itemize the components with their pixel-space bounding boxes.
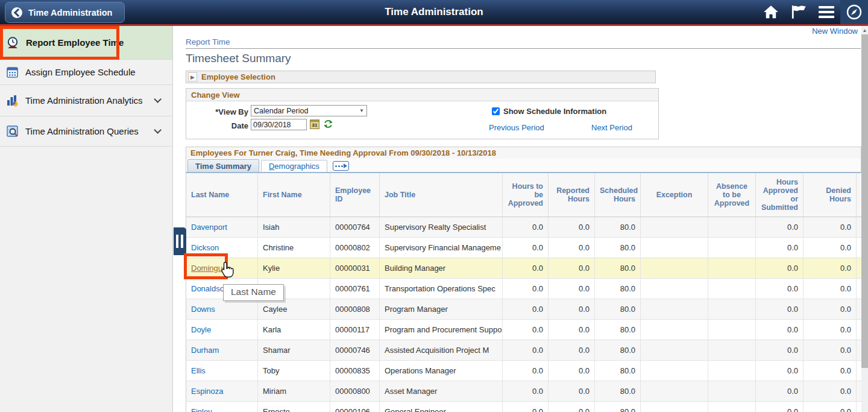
table-cell: 0.0 — [503, 360, 549, 381]
last-name-link[interactable]: Davenport — [191, 223, 227, 232]
table-cell: 0.0 — [756, 258, 804, 278]
table-cell: Finley — [186, 401, 258, 412]
column-header: Hours Approved or Submitted — [756, 173, 804, 217]
previous-period-link[interactable]: Previous Period — [489, 123, 544, 132]
table-cell — [641, 299, 708, 319]
vertical-scrollbar[interactable]: ▲ — [861, 26, 868, 412]
table-cell: 0.0 — [756, 319, 804, 340]
top-header-bar: Time Administration Time Administration — [0, 0, 868, 26]
table-cell: Supervisory Financial Manageme — [380, 237, 503, 258]
table-cell: 0.0 — [804, 237, 857, 258]
table-cell: 0.0 — [503, 258, 549, 278]
calendar-prompt-icon[interactable]: 31 — [310, 119, 319, 129]
view-by-select[interactable]: Calendar Period ▼ — [251, 105, 367, 116]
table-cell: Supervisory Realty Specialist — [380, 217, 503, 237]
scrollbar-thumb[interactable] — [861, 34, 868, 368]
table-cell: 0.0 — [503, 217, 549, 237]
tab-demographics[interactable]: Demographics — [261, 160, 327, 172]
sidebar-item-label: Report Employee Time — [26, 37, 126, 48]
change-view-title: Change View — [186, 89, 658, 101]
employees-grid-title: Employees For Turner Craig, Time Needing… — [186, 147, 861, 159]
table-cell: 0.0 — [804, 258, 857, 278]
back-button[interactable]: Time Administration — [5, 2, 125, 23]
table-cell: Espinoza — [186, 381, 258, 401]
clock-icon — [6, 36, 19, 49]
table-cell: Assisted Acquisition Project M — [380, 340, 503, 360]
expand-section-icon[interactable]: ▶ — [188, 72, 197, 81]
table-cell: 80.0 — [595, 299, 641, 319]
chevron-down-icon[interactable] — [154, 95, 162, 103]
sidebar-item-label: Time Administration Analytics — [25, 95, 145, 106]
table-cell: 0.0 — [804, 217, 857, 237]
table-cell: 80.0 — [595, 258, 641, 278]
next-period-link[interactable]: Next Period — [591, 123, 632, 132]
table-cell: 00000800 — [330, 381, 380, 401]
last-name-link[interactable]: Durham — [191, 346, 219, 355]
table-cell: 0.0 — [549, 381, 595, 401]
date-input[interactable] — [251, 119, 307, 130]
table-cell: 0.0 — [804, 278, 857, 299]
table-cell — [708, 319, 756, 340]
table-cell: 0.0 — [549, 360, 595, 381]
tab-time-summary[interactable]: Time Summary — [187, 159, 259, 172]
scroll-up-arrow-icon[interactable]: ▲ — [861, 26, 868, 34]
table-cell: 0.0 — [503, 237, 549, 258]
flag-icon[interactable] — [785, 0, 813, 24]
table-cell: 0.0 — [549, 319, 595, 340]
left-navigation: Report Employee Time Assign Employee Sch… — [0, 26, 173, 412]
chevron-down-icon[interactable] — [154, 126, 162, 134]
date-label: Date — [190, 121, 248, 130]
table-cell — [708, 340, 756, 360]
home-icon[interactable] — [757, 0, 785, 24]
table-cell: 0.0 — [503, 401, 549, 412]
table-cell: 00000761 — [330, 278, 380, 299]
sidebar-item-label: Assign Employee Schedule — [25, 67, 138, 77]
table-cell: 0.0 — [756, 278, 804, 299]
table-cell: 0.0 — [503, 278, 549, 299]
compass-navbar-icon[interactable] — [840, 0, 868, 24]
last-name-link[interactable]: Downs — [191, 305, 215, 314]
side-panel-drag-handle[interactable] — [174, 227, 186, 255]
table-cell: 80.0 — [595, 319, 641, 340]
table-cell: 00000808 — [330, 299, 380, 319]
table-cell: Karla — [258, 319, 330, 340]
last-name-link[interactable]: Doyle — [191, 325, 211, 334]
table-cell — [708, 258, 756, 278]
table-cell — [708, 278, 756, 299]
table-cell: 0.0 — [756, 401, 804, 412]
table-cell: Davenport — [186, 217, 258, 237]
table-cell: 0.0 — [549, 401, 595, 412]
refresh-icon[interactable] — [323, 119, 333, 132]
grid-tab-strip: Time Summary Demographics — [186, 159, 861, 173]
table-cell: 0.0 — [503, 340, 549, 360]
table-cell: Shamar — [258, 340, 330, 360]
table-cell: 0.0 — [804, 340, 857, 360]
table-row: EspinozaMiriam00000800Asset Manager0.00.… — [186, 381, 866, 401]
table-cell: Downs — [186, 299, 258, 319]
navbar-menu-icon[interactable] — [813, 0, 840, 24]
last-name-link[interactable]: Ellis — [191, 366, 206, 375]
table-cell: Program and Procurement Suppor — [380, 319, 503, 340]
show-schedule-checkbox[interactable] — [492, 107, 500, 115]
sidebar-item-time-administration-analytics[interactable]: Time Administration Analytics — [0, 85, 172, 116]
table-cell — [708, 217, 756, 237]
column-header: Employee ID — [330, 173, 380, 217]
column-header: Hours to be Approved — [503, 173, 549, 217]
show-all-columns-icon[interactable] — [333, 161, 349, 171]
table-cell: 0.0 — [549, 258, 595, 278]
sidebar-item-assign-employee-schedule[interactable]: Assign Employee Schedule — [0, 60, 172, 85]
breadcrumb[interactable]: Report Time — [186, 37, 861, 46]
last-name-link[interactable]: Dickson — [191, 243, 219, 252]
sidebar-item-report-employee-time[interactable]: Report Employee Time — [0, 26, 172, 60]
table-cell: Doyle — [186, 319, 258, 340]
last-name-link[interactable]: Dominguez — [191, 264, 231, 273]
table-cell: 0.0 — [756, 340, 804, 360]
sidebar-item-time-administration-queries[interactable]: Time Administration Queries — [0, 116, 172, 147]
last-name-link[interactable]: Finley — [191, 407, 212, 412]
column-header: First Name — [258, 173, 330, 217]
table-cell: Operations Manager — [380, 360, 503, 381]
table-cell — [641, 340, 708, 360]
table-cell — [641, 401, 708, 412]
new-window-link[interactable]: New Window — [812, 27, 858, 36]
last-name-link[interactable]: Espinoza — [191, 387, 223, 396]
